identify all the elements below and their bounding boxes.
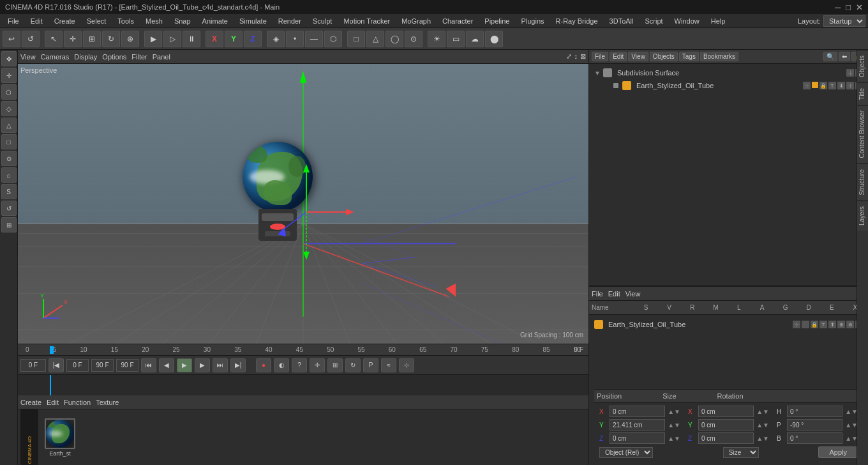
pos-x-input[interactable] xyxy=(610,406,665,417)
obj-bookmarks-menu[interactable]: Bookmarks xyxy=(700,52,738,61)
tl-goto-start[interactable]: ⏮ xyxy=(141,358,156,372)
tl-next-key[interactable]: ▶ xyxy=(195,358,210,372)
tl-help[interactable]: ? xyxy=(292,358,307,372)
poly-btn[interactable]: ⬡ xyxy=(324,31,342,47)
rot-p-input[interactable] xyxy=(787,419,842,431)
tab-objects[interactable]: Objects xyxy=(857,50,868,82)
axis-y-btn[interactable]: Y xyxy=(225,31,243,47)
tl-move[interactable]: ✛ xyxy=(310,358,325,372)
tl-last-key[interactable]: ▶| xyxy=(230,358,246,372)
light-btn[interactable]: ☀ xyxy=(428,31,445,47)
vertex-btn[interactable]: • xyxy=(286,31,304,47)
menu-select[interactable]: Select xyxy=(82,16,112,26)
cube-btn[interactable]: □ xyxy=(347,31,365,47)
obj-edit-menu[interactable]: Edit xyxy=(610,52,627,61)
sphere-btn[interactable]: ◯ xyxy=(385,31,403,47)
viewport-3d[interactable]: Perspective xyxy=(18,64,588,344)
sub-icon-1[interactable]: ⊹ xyxy=(846,69,854,77)
vp-options-menu[interactable]: Options xyxy=(102,53,126,61)
ae-i1[interactable]: ⊹ xyxy=(793,321,800,328)
vp-display-menu[interactable]: Display xyxy=(74,53,97,61)
viewport-container[interactable]: View Cameras Display Options Filter Pane… xyxy=(18,50,588,344)
timeline-track[interactable] xyxy=(18,375,588,395)
minimize-btn[interactable]: ─ xyxy=(835,3,841,12)
menu-create[interactable]: Create xyxy=(49,16,80,26)
vp-view-menu[interactable]: View xyxy=(20,53,36,61)
lt-btn-6[interactable]: ⊙ xyxy=(1,151,17,166)
tl-prev-frame[interactable]: |◀ xyxy=(49,358,64,372)
end-frame-input[interactable] xyxy=(91,359,114,372)
pos-y-arrow[interactable]: ▲▼ xyxy=(668,422,680,429)
layout-select[interactable]: Startup xyxy=(823,15,865,27)
menu-simulate[interactable]: Simulate xyxy=(234,16,272,26)
tl-play[interactable]: ▶ xyxy=(177,358,192,372)
menu-3dtoall[interactable]: 3DToAll xyxy=(604,16,639,26)
menu-motion-tracker[interactable]: Motion Tracker xyxy=(338,16,395,26)
material-item-earth[interactable]: Earth_st xyxy=(43,418,77,457)
sky-btn[interactable]: ☁ xyxy=(466,31,484,47)
menu-window[interactable]: Window xyxy=(670,16,705,26)
tl-record[interactable]: ● xyxy=(256,358,271,372)
max-frame-input[interactable] xyxy=(116,359,138,372)
mat-texture-menu[interactable]: Texture xyxy=(96,399,119,406)
obj-file-menu[interactable]: File xyxy=(592,52,608,61)
size-x-arrow[interactable]: ▲▼ xyxy=(756,408,769,415)
obj-row-subdivision[interactable]: ▼ Subdivision Surface ⊹ ✓ xyxy=(592,66,865,79)
menu-character[interactable]: Character xyxy=(437,16,478,26)
obj-filter-btn[interactable]: ⬅ xyxy=(839,52,850,61)
lt-btn-3[interactable]: ◇ xyxy=(1,101,17,116)
earth-icon-4[interactable]: T xyxy=(828,82,836,89)
menu-file[interactable]: File xyxy=(3,16,24,26)
move-tool-btn[interactable]: ✛ xyxy=(64,31,82,47)
rot-h-input[interactable] xyxy=(787,406,842,417)
lt-btn-5[interactable]: □ xyxy=(1,134,17,149)
lt-btn-10[interactable]: ⊞ xyxy=(1,217,17,232)
lt-btn-4[interactable]: △ xyxy=(1,118,17,133)
playback-btn3[interactable]: ⏸ xyxy=(183,31,200,47)
vp-ctrl-2[interactable]: ↕ xyxy=(574,52,578,61)
menu-vray[interactable]: R-Ray Bridge xyxy=(551,16,603,26)
vp-filter-menu[interactable]: Filter xyxy=(131,53,147,61)
tl-toggle-keys[interactable]: ⊹ xyxy=(399,358,414,372)
pos-x-arrow[interactable]: ▲▼ xyxy=(668,408,680,415)
render-btn[interactable]: ⬤ xyxy=(485,31,503,47)
tl-goto-end[interactable]: ⏭ xyxy=(213,358,228,372)
scale-tool-btn[interactable]: ⊞ xyxy=(83,31,101,47)
tl-pos[interactable]: P xyxy=(363,358,378,372)
axis-z-btn[interactable]: Z xyxy=(244,31,262,47)
playback-btn1[interactable]: ▶ xyxy=(144,31,162,47)
lt-btn-2[interactable]: ⬡ xyxy=(1,84,17,100)
lt-btn-9[interactable]: ↺ xyxy=(1,201,17,216)
cone-btn[interactable]: △ xyxy=(366,31,384,47)
menu-animate[interactable]: Animate xyxy=(197,16,233,26)
ae-i7[interactable]: ⊗ xyxy=(846,321,854,328)
attrs-row-earth[interactable]: Earth_Stylized_Oil_Tube ⊹ 🔒 T ⬆ ⊕ ⊗ ✓ xyxy=(592,317,865,332)
edge-btn[interactable]: — xyxy=(305,31,323,47)
earth-icon-2[interactable] xyxy=(812,82,818,88)
size-y-arrow[interactable]: ▲▼ xyxy=(756,422,769,429)
vp-ctrl-1[interactable]: ⤢ xyxy=(566,52,572,61)
menu-mesh[interactable]: Mesh xyxy=(140,16,168,26)
mat-create-menu[interactable]: Create xyxy=(20,399,41,406)
size-y-input[interactable] xyxy=(698,419,754,431)
attrs-view-menu[interactable]: View xyxy=(625,290,641,298)
earth-icon-1[interactable]: ⊹ xyxy=(803,82,811,89)
maximize-btn[interactable]: □ xyxy=(846,3,851,12)
menu-script[interactable]: Script xyxy=(640,16,668,26)
pos-y-input[interactable] xyxy=(610,419,665,431)
earth-icon-5[interactable]: ⬇ xyxy=(837,82,845,89)
playback-btn2[interactable]: ▷ xyxy=(163,31,181,47)
rotate-tool-btn[interactable]: ↻ xyxy=(102,31,120,47)
menu-help[interactable]: Help xyxy=(706,16,731,26)
vp-ctrl-3[interactable]: ⊠ xyxy=(580,52,586,61)
attrs-file-menu[interactable]: File xyxy=(592,290,603,298)
obj-row-earth[interactable]: Earth_Stylized_Oil_Tube ⊹ 🔒 T ⬇ ⊹ ✓ xyxy=(592,79,865,92)
cylinder-btn[interactable]: ⊙ xyxy=(405,31,423,47)
current-frame-input[interactable] xyxy=(20,359,46,372)
menu-edit[interactable]: Edit xyxy=(26,16,48,26)
tl-rotate-key[interactable]: ↻ xyxy=(345,358,361,372)
ae-i5[interactable]: ⬆ xyxy=(828,321,836,328)
apply-button[interactable]: Apply xyxy=(818,446,858,458)
tab-content-browser[interactable]: Content Browser xyxy=(857,105,868,163)
tl-auto-key[interactable]: ◐ xyxy=(274,358,289,372)
